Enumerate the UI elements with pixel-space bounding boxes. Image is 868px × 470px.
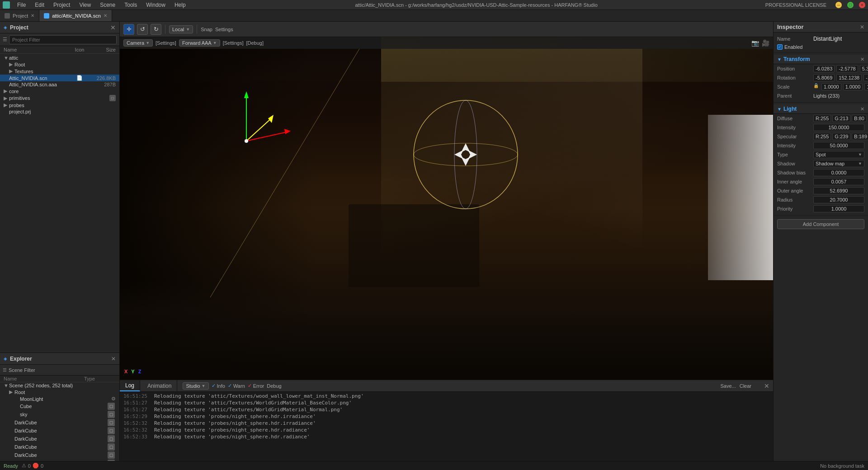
- transform-close[interactable]: ✕: [860, 56, 864, 62]
- rotation-x[interactable]: -5.8069: [813, 74, 835, 81]
- file-item-probes[interactable]: ▶ probes: [0, 102, 119, 108]
- tree-item-darkcube3[interactable]: DarkCube □: [0, 435, 119, 443]
- log-msg-3: Reloading texture 'probes/night_sphere.h…: [154, 414, 769, 419]
- tab-project[interactable]: Project ✕: [0, 10, 39, 21]
- tree-item-darkcube4[interactable]: DarkCube □: [0, 443, 119, 451]
- intensity-value[interactable]: 150.0000: [813, 124, 864, 131]
- log-save-button[interactable]: Save...: [720, 383, 736, 389]
- light-gizmo[interactable]: [409, 96, 522, 213]
- svg-line-2: [246, 132, 287, 141]
- project-panel-close[interactable]: ✕: [110, 24, 116, 31]
- explorer-close[interactable]: ✕: [111, 356, 116, 362]
- redo-button[interactable]: ↻: [151, 24, 161, 35]
- project-tab-close[interactable]: ✕: [31, 13, 34, 18]
- scale-x[interactable]: 1.0000: [821, 83, 841, 90]
- file-item-scn[interactable]: Attic_NVIDIA.scn 📄 226.8KB: [0, 75, 119, 81]
- undo-button[interactable]: ↺: [137, 24, 148, 35]
- scene-arrow: ▼: [4, 383, 9, 388]
- menu-edit[interactable]: Edit: [33, 1, 46, 9]
- log-msg-1: Reloading texture 'attic/Textures/WorldG…: [154, 400, 769, 406]
- file-item-primitives[interactable]: ▶ primitives □: [0, 94, 119, 102]
- add-component-button[interactable]: Add Component: [777, 219, 864, 229]
- position-z[interactable]: 5.3654: [860, 65, 868, 72]
- project-filter-input[interactable]: [9, 35, 117, 44]
- move-tool-button[interactable]: ✛: [123, 24, 134, 35]
- type-dropdown[interactable]: Spot ▼: [813, 151, 864, 158]
- filename-root: Root: [14, 62, 89, 67]
- render-mode-dropdown[interactable]: Forward AAA ▼: [179, 39, 220, 47]
- filename-primitives: primitives: [9, 95, 82, 101]
- inspector-close[interactable]: ✕: [860, 24, 864, 30]
- tree-item-darkcube2[interactable]: DarkCube □: [0, 427, 119, 435]
- light-close[interactable]: ✕: [860, 106, 864, 112]
- viewport[interactable]: Camera ▼ [Settings] Forward AAA ▼ [Setti…: [120, 37, 773, 380]
- project-panel-icon: ◈: [4, 25, 7, 30]
- position-x[interactable]: -6.0283: [813, 65, 835, 72]
- window-title: attic/Attic_NVIDIA.scn - g:/works/harfan…: [193, 2, 760, 8]
- minimize-button[interactable]: ─: [835, 2, 842, 8]
- log-filter-debug[interactable]: Debug: [267, 383, 281, 389]
- log-close-button[interactable]: ✕: [760, 382, 773, 390]
- parent-row: Parent Lights (233): [774, 91, 868, 100]
- scale-z[interactable]: 1.0000: [864, 83, 868, 90]
- tree-item-darkcube1[interactable]: DarkCube □: [0, 418, 119, 427]
- col-size: Size: [89, 47, 116, 52]
- menu-project[interactable]: Project: [52, 1, 72, 9]
- inner-angle-value[interactable]: 0.0057: [813, 178, 864, 185]
- shadow-bias-value[interactable]: 0.0000: [813, 169, 864, 176]
- close-button[interactable]: ✕: [859, 2, 865, 8]
- viewport-screenshot-icon[interactable]: 📷: [751, 39, 759, 47]
- tree-item-darkcube5[interactable]: DarkCube □: [0, 451, 119, 459]
- specular-label: Specular: [777, 134, 813, 139]
- transform-gizmo[interactable]: [210, 82, 301, 173]
- svg-marker-3: [284, 129, 291, 134]
- viewport-camera-icon[interactable]: 🎥: [762, 39, 769, 47]
- tree-item-moonlight[interactable]: MoonLight ⚙: [0, 395, 119, 402]
- vp-debug-label[interactable]: [Debug]: [246, 40, 264, 46]
- tab-scene[interactable]: attic/Attic_NVIDIA.scn ✕: [39, 10, 112, 21]
- log-clear-button[interactable]: Clear: [740, 383, 751, 389]
- camera-dropdown[interactable]: Camera ▼: [123, 39, 153, 47]
- menu-scene[interactable]: Scene: [98, 1, 117, 9]
- outer-angle-value[interactable]: 52.6990: [813, 187, 864, 194]
- shadow-dropdown[interactable]: Shadow map ▼: [813, 160, 864, 167]
- log-filter-info[interactable]: ✓ Info: [212, 383, 225, 389]
- menu-help[interactable]: Help: [173, 1, 188, 9]
- log-filter-error[interactable]: ✓ Error: [248, 383, 264, 389]
- settings-label[interactable]: Settings: [215, 27, 233, 32]
- darkcube1-icon: □: [108, 419, 115, 426]
- tree-item-sky[interactable]: sky □: [0, 410, 119, 418]
- tree-item-cube[interactable]: Cube □: [0, 402, 119, 410]
- maximize-button[interactable]: □: [847, 2, 854, 8]
- menu-file[interactable]: File: [15, 1, 28, 9]
- radius-value[interactable]: 20.7000: [813, 196, 864, 203]
- menu-tools[interactable]: Tools: [123, 1, 139, 9]
- scale-y[interactable]: 1.0000: [843, 83, 863, 90]
- mode-dropdown[interactable]: Local ▼: [169, 25, 193, 33]
- rotation-y[interactable]: 152.1238: [836, 74, 862, 81]
- menu-window[interactable]: Window: [144, 1, 167, 9]
- tree-item-scene[interactable]: ▼ Scene (252 nodes, 252 total): [0, 382, 119, 389]
- file-item-core[interactable]: ▶ core: [0, 88, 119, 94]
- separator1: [165, 25, 165, 34]
- file-item-prj[interactable]: project.prj: [0, 108, 119, 115]
- file-item-root[interactable]: ▶ Root: [0, 61, 119, 68]
- log-tab-log[interactable]: Log: [120, 380, 140, 391]
- tree-item-rootnode[interactable]: ▶ Root: [0, 389, 119, 395]
- position-y[interactable]: -2.5778: [836, 65, 858, 72]
- priority-value[interactable]: 1.0000: [813, 205, 864, 212]
- moonlight-gear[interactable]: ⚙: [111, 396, 116, 402]
- menu-view[interactable]: View: [77, 1, 93, 9]
- scene-tab-close[interactable]: ✕: [104, 13, 107, 18]
- vp-debug-settings[interactable]: [Settings]: [223, 40, 244, 46]
- file-item-attic[interactable]: ▼ attic: [0, 55, 119, 61]
- log-tab-animation[interactable]: Animation: [142, 380, 177, 391]
- enabled-checkbox[interactable]: ✓: [777, 44, 783, 50]
- specular-intensity-value[interactable]: 50.0000: [813, 142, 864, 149]
- file-item-scnaaa[interactable]: Attic_NVIDIA.scn.aaa 287B: [0, 81, 119, 88]
- file-item-textures[interactable]: ▶ Textures: [0, 68, 119, 75]
- rotation-z[interactable]: -180.0000: [863, 74, 868, 81]
- log-filter-warn[interactable]: ✓ Warn: [228, 383, 245, 389]
- vp-settings-label[interactable]: [Settings]: [156, 40, 176, 46]
- log-source-dropdown[interactable]: Studio ▼: [183, 382, 208, 390]
